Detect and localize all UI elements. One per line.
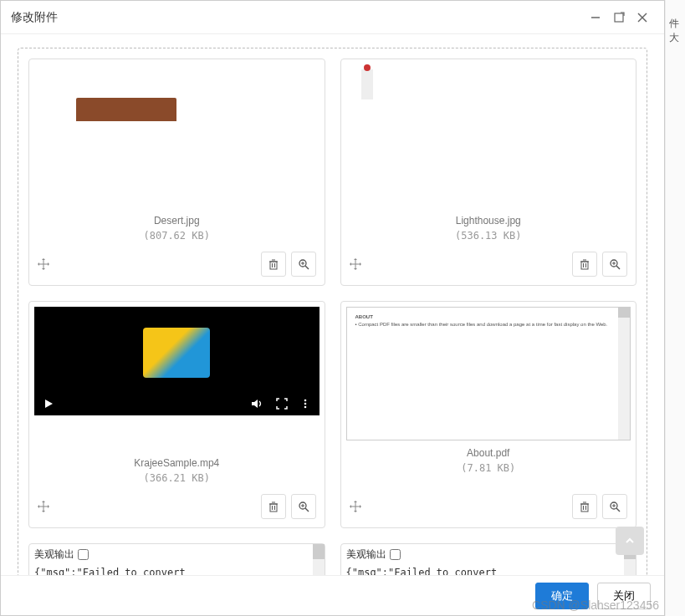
zoom-button[interactable]: [291, 494, 316, 519]
file-preview-pdf: ABOUT • Compact PDF files are smaller th…: [346, 307, 631, 440]
zoom-in-icon: [298, 501, 309, 512]
drag-icon: [38, 501, 49, 512]
zoom-button[interactable]: [602, 494, 627, 519]
drag-icon: [38, 258, 49, 270]
zoom-in-icon: [609, 258, 621, 270]
output-scrollbar[interactable]: [313, 544, 325, 575]
background-panel: 件大: [665, 0, 685, 616]
svg-rect-33: [270, 504, 277, 512]
file-meta: Desert.jpg (807.62 KB): [34, 198, 319, 248]
delete-button[interactable]: [261, 494, 286, 519]
file-card: Desert.jpg (807.62 KB): [28, 59, 325, 286]
output-json: {"msg":"Failed to convert: [34, 567, 308, 575]
volume-button[interactable]: [251, 398, 264, 410]
drag-handle[interactable]: [350, 258, 370, 270]
file-name: Desert.jpg: [38, 215, 316, 227]
pretty-output-checkbox[interactable]: [390, 549, 401, 560]
file-actions: [34, 248, 319, 280]
pretty-output-checkbox[interactable]: [78, 549, 89, 560]
file-preview-image: [34, 64, 319, 198]
image-content: [76, 98, 176, 121]
video-thumbnail: [143, 328, 210, 378]
file-preview-video: [34, 307, 319, 440]
file-size: (536.13 KB): [350, 230, 628, 242]
pdf-heading: ABOUT: [355, 314, 611, 319]
delete-button[interactable]: [572, 494, 597, 519]
svg-marker-27: [252, 400, 258, 408]
fullscreen-button[interactable]: [276, 398, 288, 410]
minimize-button[interactable]: [584, 6, 607, 29]
drag-handle[interactable]: [350, 501, 370, 512]
play-icon: [43, 398, 54, 410]
pdf-text: • Compact PDF files are smaller than the…: [355, 321, 611, 328]
maximize-button[interactable]: [607, 6, 631, 29]
file-size: (366.21 KB): [38, 472, 316, 484]
chevron-up-icon: [624, 535, 636, 547]
svg-marker-26: [45, 400, 53, 408]
delete-button[interactable]: [572, 252, 597, 277]
file-card: ABOUT • Compact PDF files are smaller th…: [340, 301, 637, 528]
drag-icon: [350, 501, 361, 512]
output-card: 美观输出 {"msg":"Failed to convert: [340, 543, 637, 575]
file-actions: [34, 491, 319, 522]
output-json: {"msg":"Failed to convert: [346, 567, 620, 575]
file-meta: About.pdf (7.81 KB): [346, 440, 631, 491]
svg-line-23: [616, 266, 620, 269]
titlebar: 修改附件: [1, 1, 664, 34]
zoom-button[interactable]: [602, 252, 627, 277]
scrollbar-thumb[interactable]: [313, 544, 325, 559]
file-meta: Lighthouse.jpg (536.13 KB): [346, 198, 631, 248]
svg-point-29: [304, 403, 306, 405]
dialog-footer: 确定 关闭: [1, 575, 664, 615]
output-card: 美观输出 {"msg":"Failed to convert: [28, 543, 325, 575]
trash-icon: [579, 501, 590, 512]
more-button[interactable]: [299, 398, 311, 410]
zoom-in-icon: [609, 501, 621, 512]
file-name: Lighthouse.jpg: [350, 215, 628, 227]
trash-icon: [579, 258, 590, 270]
svg-rect-44: [581, 504, 588, 512]
file-meta: KrajeeSample.mp4 (366.21 KB): [34, 440, 319, 491]
video-player[interactable]: [34, 307, 319, 415]
svg-point-30: [304, 406, 306, 409]
drag-icon: [350, 258, 361, 270]
scroll-to-top-button[interactable]: [616, 527, 644, 555]
file-size: (807.62 KB): [38, 230, 316, 242]
close-window-button[interactable]: [631, 6, 654, 29]
svg-point-28: [304, 400, 306, 402]
file-actions: [346, 491, 631, 522]
zoom-in-icon: [298, 258, 309, 270]
maximize-icon: [613, 12, 625, 23]
volume-icon: [251, 398, 264, 410]
delete-button[interactable]: [261, 252, 286, 277]
close-button[interactable]: 关闭: [597, 583, 651, 609]
close-icon: [636, 12, 648, 23]
output-header: 美观输出: [346, 547, 620, 562]
svg-line-12: [305, 266, 309, 269]
play-button[interactable]: [43, 398, 54, 410]
drag-handle[interactable]: [38, 501, 58, 512]
drag-handle[interactable]: [38, 258, 58, 270]
scrollbar-thumb[interactable]: [618, 308, 630, 318]
file-dropzone[interactable]: Desert.jpg (807.62 KB): [18, 48, 647, 575]
file-actions: [346, 248, 631, 280]
zoom-button[interactable]: [291, 252, 316, 277]
content-area: Desert.jpg (807.62 KB): [1, 34, 664, 575]
svg-rect-17: [581, 262, 588, 269]
dialog-title: 修改附件: [11, 10, 584, 25]
more-icon: [299, 398, 311, 410]
image-content: [361, 69, 373, 99]
svg-rect-1: [615, 13, 623, 22]
confirm-button[interactable]: 确定: [535, 583, 589, 609]
file-name: KrajeeSample.mp4: [38, 457, 316, 469]
output-header: 美观输出: [34, 547, 308, 562]
fullscreen-icon: [276, 398, 288, 410]
trash-icon: [268, 501, 279, 512]
file-grid: Desert.jpg (807.62 KB): [28, 59, 636, 575]
output-label: 美观输出: [34, 547, 74, 562]
file-card: Lighthouse.jpg (536.13 KB): [340, 59, 637, 286]
file-name: About.pdf: [350, 447, 628, 459]
svg-line-39: [305, 508, 309, 512]
svg-line-50: [616, 508, 620, 512]
pdf-scrollbar[interactable]: [618, 308, 630, 440]
